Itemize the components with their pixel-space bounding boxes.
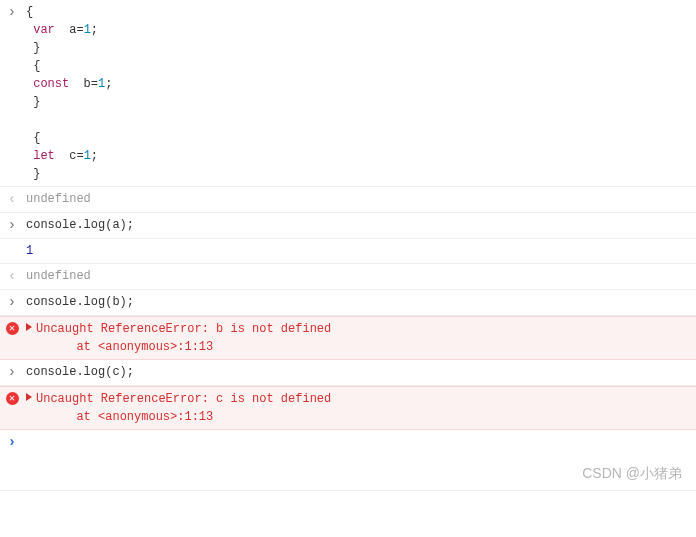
error-message: Uncaught ReferenceError: b is not define…	[24, 320, 696, 356]
console-result-entry: undefined	[0, 187, 696, 213]
result-value: undefined	[24, 190, 696, 208]
output-chevron-icon	[0, 267, 24, 286]
console-log-entry: 1	[0, 239, 696, 264]
input-code: console.log(b);	[24, 293, 696, 311]
console-result-entry: undefined	[0, 264, 696, 290]
console-log-area: { var a=1; } { const b=1; } { let c=1; }…	[0, 0, 696, 430]
disclosure-triangle-icon[interactable]	[26, 393, 32, 401]
console-input-entry: console.log(c);	[0, 360, 696, 386]
console-input-entry: { var a=1; } { const b=1; } { let c=1; }	[0, 0, 696, 187]
prompt-content[interactable]	[24, 433, 696, 487]
console-input[interactable]	[55, 453, 696, 467]
input-code: { var a=1; } { const b=1; } { let c=1; }	[24, 3, 696, 183]
prompt-chevron-icon	[0, 433, 24, 452]
error-stack-frame: at <anonymous>:1:13	[76, 340, 213, 354]
input-code: console.log(c);	[24, 363, 696, 381]
console-error-entry: ✕Uncaught ReferenceError: c is not defin…	[0, 386, 696, 430]
input-code: console.log(a);	[24, 216, 696, 234]
error-icon: ✕	[0, 320, 24, 335]
input-chevron-icon	[0, 216, 24, 235]
input-chevron-icon	[0, 3, 24, 22]
error-stack-frame: at <anonymous>:1:13	[76, 410, 213, 424]
console-error-entry: ✕Uncaught ReferenceError: b is not defin…	[0, 316, 696, 360]
output-chevron-icon	[0, 190, 24, 209]
console-prompt-row[interactable]	[0, 430, 696, 491]
input-chevron-icon	[0, 293, 24, 312]
disclosure-triangle-icon[interactable]	[26, 323, 32, 331]
console-input-entry: console.log(a);	[0, 213, 696, 239]
log-value: 1	[24, 242, 696, 260]
input-chevron-icon	[0, 363, 24, 382]
result-value: undefined	[24, 267, 696, 285]
error-icon: ✕	[0, 390, 24, 405]
console-input-entry: console.log(b);	[0, 290, 696, 316]
error-message: Uncaught ReferenceError: c is not define…	[24, 390, 696, 426]
